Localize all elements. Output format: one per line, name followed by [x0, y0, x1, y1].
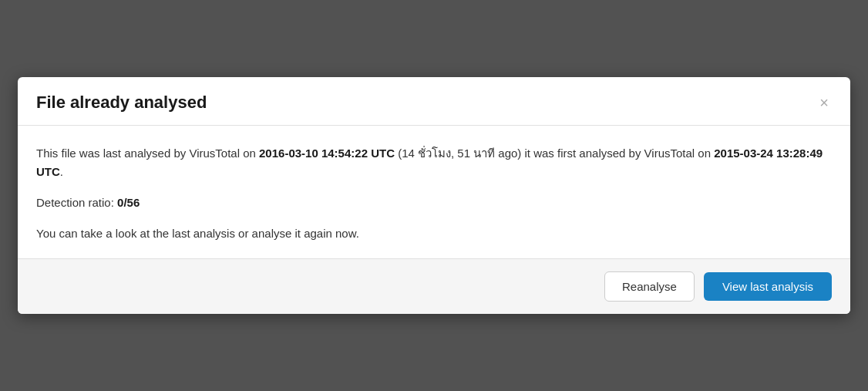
detection-value: 0/56 [117, 196, 140, 209]
line1-middle: (14 ชั่วโมง, 51 นาที ago) it was first a… [395, 147, 714, 160]
modal-footer: Reanalyse View last analysis [18, 258, 850, 314]
detection-ratio-text: Detection ratio: 0/56 [36, 194, 832, 212]
close-button[interactable]: × [816, 95, 832, 110]
view-last-analysis-button[interactable]: View last analysis [704, 272, 832, 301]
modal-body: This file was last analysed by VirusTota… [18, 126, 850, 258]
reanalyse-button[interactable]: Reanalyse [604, 271, 695, 302]
look-text: You can take a look at the last analysis… [36, 224, 832, 243]
line1-suffix: . [60, 165, 63, 178]
modal-title: File already analysed [36, 93, 207, 113]
line1-prefix: This file was last analysed by VirusTota… [36, 147, 259, 160]
modal-dialog: File already analysed × This file was la… [18, 77, 850, 314]
last-analysed-date: 2016-03-10 14:54:22 UTC [259, 147, 395, 160]
detection-label: Detection ratio: [36, 196, 117, 209]
analysis-info-text: This file was last analysed by VirusTota… [36, 144, 832, 181]
modal-header: File already analysed × [18, 77, 850, 126]
